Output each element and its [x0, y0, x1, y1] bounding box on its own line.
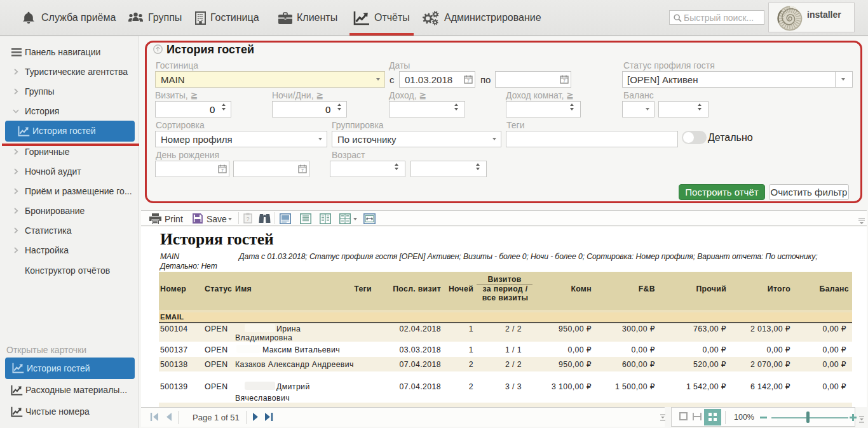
- svg-text:?: ?: [246, 216, 249, 222]
